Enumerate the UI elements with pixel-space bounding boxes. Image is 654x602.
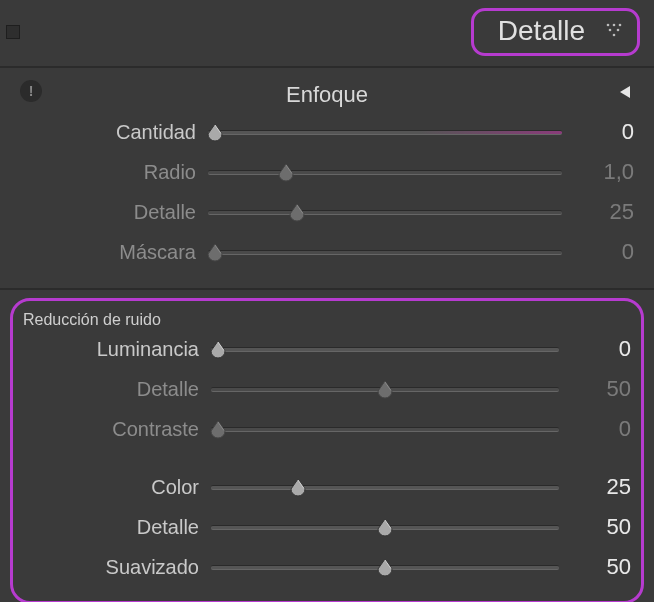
svg-point-1 <box>613 24 616 27</box>
sharpening-label: Radio <box>20 161 196 184</box>
noise-luminance-value: 50 <box>571 376 631 402</box>
detail-panel: Detalle ! Enfoque Cantidad 0Rad <box>0 0 654 602</box>
noise-luminance-slider[interactable] <box>211 338 559 360</box>
filter-icon[interactable] <box>605 22 623 40</box>
sharpening-slider <box>208 161 562 183</box>
slider-thumb-icon <box>208 419 228 439</box>
noise-color-row: Suavizado 50 <box>23 547 631 587</box>
svg-point-3 <box>609 29 612 32</box>
sharpening-slider <box>208 241 562 263</box>
sharpening-label: Cantidad <box>20 121 196 144</box>
noise-color-slider[interactable] <box>211 556 559 578</box>
panel-title-outline: Detalle <box>471 8 640 56</box>
noise-header: Reducción de ruido <box>23 311 631 329</box>
sharpening-slider[interactable] <box>208 121 562 143</box>
slider-thumb-icon[interactable] <box>288 477 308 497</box>
noise-luminance-value: 0 <box>571 416 631 442</box>
sharpening-header: ! Enfoque <box>20 78 634 112</box>
slider-thumb-icon <box>276 162 296 182</box>
svg-marker-6 <box>620 86 630 98</box>
noise-luminance-label: Detalle <box>23 378 199 401</box>
preview-thumb[interactable] <box>6 25 20 39</box>
noise-color-value[interactable]: 25 <box>571 474 631 500</box>
sharpening-value: 0 <box>574 239 634 265</box>
sharpening-label: Detalle <box>20 201 196 224</box>
noise-color-value[interactable]: 50 <box>571 514 631 540</box>
sharpening-value: 1,0 <box>574 159 634 185</box>
panel-header: Detalle <box>0 0 654 68</box>
sharpening-title: Enfoque <box>286 82 368 108</box>
noise-color-slider[interactable] <box>211 476 559 498</box>
sharpening-label: Máscara <box>20 241 196 264</box>
noise-luminance-row: Detalle 50 <box>23 369 631 409</box>
noise-luminance-slider <box>211 418 559 440</box>
sharpening-row: Cantidad 0 <box>20 112 634 152</box>
sharpening-row: Detalle 25 <box>20 192 634 232</box>
warning-icon[interactable]: ! <box>20 80 42 102</box>
svg-point-0 <box>607 24 610 27</box>
noise-luminance-label: Contraste <box>23 418 199 441</box>
noise-luminance-slider <box>211 378 559 400</box>
svg-point-5 <box>613 34 616 37</box>
slider-thumb-icon <box>205 242 225 262</box>
noise-reduction-section: Reducción de ruido Luminancia 0Detalle 5… <box>10 298 644 602</box>
sharpening-section: ! Enfoque Cantidad 0Radio 1,0Detalle 25M… <box>0 68 654 290</box>
noise-color-row: Color 25 <box>23 467 631 507</box>
noise-luminance-label: Luminancia <box>23 338 199 361</box>
collapse-triangle-icon[interactable] <box>618 84 634 104</box>
sharpening-value: 25 <box>574 199 634 225</box>
noise-color-label: Suavizado <box>23 556 199 579</box>
slider-thumb-icon[interactable] <box>375 557 395 577</box>
svg-point-2 <box>619 24 622 27</box>
slider-thumb-icon <box>375 379 395 399</box>
noise-luminance-value[interactable]: 0 <box>571 336 631 362</box>
sharpening-slider <box>208 201 562 223</box>
sharpening-row: Máscara 0 <box>20 232 634 272</box>
slider-thumb-icon[interactable] <box>205 122 225 142</box>
slider-thumb-icon[interactable] <box>208 339 228 359</box>
slider-thumb-icon[interactable] <box>375 517 395 537</box>
noise-color-label: Detalle <box>23 516 199 539</box>
noise-luminance-row: Luminancia 0 <box>23 329 631 369</box>
noise-color-value[interactable]: 50 <box>571 554 631 580</box>
panel-title[interactable]: Detalle <box>498 15 585 47</box>
noise-title: Reducción de ruido <box>23 311 631 329</box>
noise-color-label: Color <box>23 476 199 499</box>
sharpening-value[interactable]: 0 <box>574 119 634 145</box>
sharpening-row: Radio 1,0 <box>20 152 634 192</box>
svg-point-4 <box>617 29 620 32</box>
noise-color-row: Detalle 50 <box>23 507 631 547</box>
slider-thumb-icon <box>287 202 307 222</box>
noise-color-slider[interactable] <box>211 516 559 538</box>
noise-luminance-row: Contraste 0 <box>23 409 631 449</box>
